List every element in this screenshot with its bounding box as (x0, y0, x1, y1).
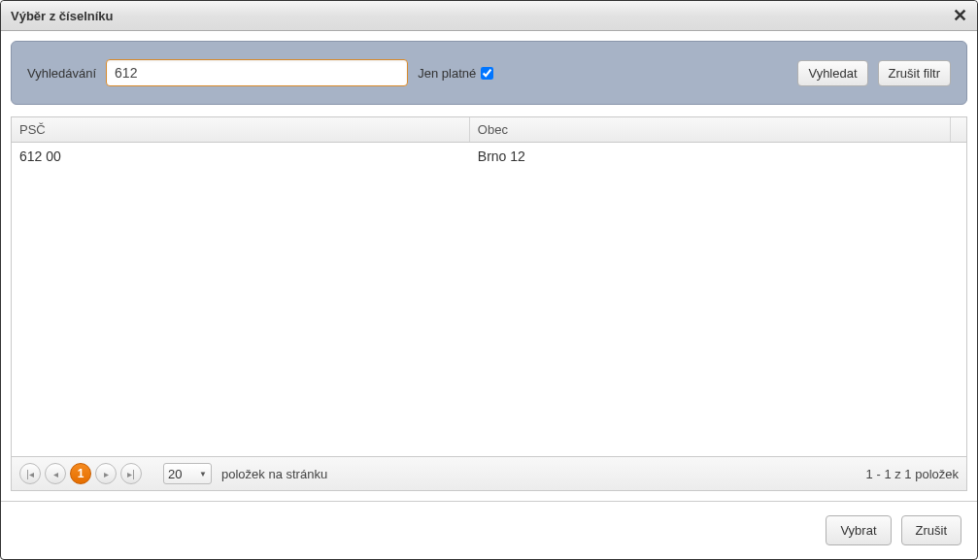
items-per-page-label: položek na stránku (221, 467, 327, 481)
valid-only-checkbox[interactable] (481, 67, 493, 80)
search-panel: Vyhledávání Jen platné Vyhledat Zrušit f… (11, 41, 967, 105)
column-header-psc[interactable]: PSČ (12, 117, 470, 142)
grid-header: PSČ Obec (12, 117, 966, 143)
cell-psc: 612 00 (12, 147, 470, 166)
chevron-down-icon: ▼ (199, 470, 207, 478)
pager-first-button[interactable]: |◂ (19, 463, 41, 484)
search-button[interactable]: Vyhledat (797, 60, 867, 86)
page-size-value: 20 (168, 467, 182, 481)
select-button[interactable]: Vybrat (826, 515, 891, 545)
close-icon[interactable]: ✕ (953, 7, 967, 24)
dialog-title: Výběr z číselníku (11, 9, 114, 23)
table-row[interactable]: 612 00 Brno 12 (12, 143, 966, 170)
valid-only-wrap: Jen platné (418, 66, 493, 81)
results-grid: PSČ Obec 612 00 Brno 12 |◂ ◂ 1 ▸ ▸| 20 ▼ (11, 116, 967, 491)
grid-body[interactable]: 612 00 Brno 12 (12, 143, 966, 456)
pager-last-button[interactable]: ▸| (120, 463, 142, 484)
pager: |◂ ◂ 1 ▸ ▸| 20 ▼ položek na stránku 1 - … (12, 456, 966, 490)
dialog-body: Vyhledávání Jen platné Vyhledat Zrušit f… (1, 31, 977, 501)
pager-page-current[interactable]: 1 (70, 463, 91, 484)
pager-prev-button[interactable]: ◂ (45, 463, 66, 484)
pager-summary: 1 - 1 z 1 položek (866, 467, 959, 481)
pager-next-button[interactable]: ▸ (95, 463, 117, 484)
dialog-footer: Vybrat Zrušit (1, 501, 977, 559)
dialog-titlebar: Výběr z číselníku ✕ (1, 1, 977, 31)
dialog-window: Výběr z číselníku ✕ Vyhledávání Jen plat… (0, 0, 978, 560)
page-size-select[interactable]: 20 ▼ (163, 463, 212, 484)
cancel-button[interactable]: Zrušit (901, 515, 962, 545)
search-label: Vyhledávání (27, 66, 96, 81)
valid-only-label: Jen platné (418, 66, 476, 81)
column-header-obec[interactable]: Obec (470, 117, 951, 142)
column-header-spacer (951, 117, 966, 142)
clear-filter-button[interactable]: Zrušit filtr (878, 60, 951, 86)
search-input[interactable] (106, 59, 408, 86)
cell-obec: Brno 12 (470, 147, 966, 166)
